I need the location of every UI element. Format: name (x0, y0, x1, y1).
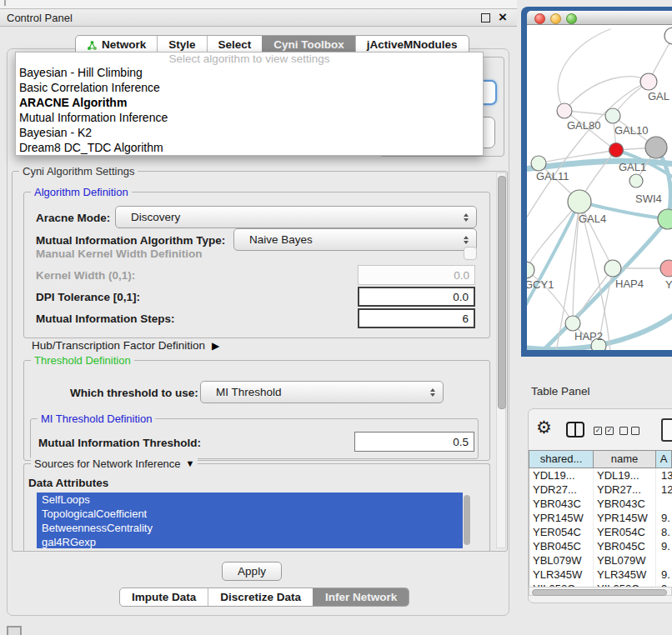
dpi-tolerance-label: DPI Tolerance [0,1]: (36, 291, 140, 303)
table-row[interactable]: YDR27...YDR27...12 (529, 482, 672, 497)
settings-scrollbar-thumb[interactable] (498, 176, 506, 409)
minimized-panel-icon[interactable] (7, 626, 22, 635)
settings-gear-icon[interactable]: ⚙ (536, 417, 552, 438)
table-row[interactable]: YER054CYER054C8. (529, 525, 672, 539)
cyni-bottom-tab-bar: Impute DataDiscretize DataInfer Network (119, 588, 409, 607)
settings-scrollbar[interactable] (496, 172, 506, 548)
table-cell: YBR043C (593, 497, 655, 511)
table-cell: 12 (655, 482, 672, 497)
table-cell: 9. (655, 539, 672, 553)
column-header-shared[interactable]: shared... (529, 451, 593, 468)
zoom-traffic-light-icon[interactable] (566, 13, 577, 24)
table-cell: 8. (655, 525, 672, 539)
network-canvas[interactable]: GALGAL80GAL10GAL1GAL11SWI4GAL4GCY1HAP4YH… (527, 25, 672, 350)
network-node-gal10[interactable] (605, 108, 620, 123)
manual-kernel-checkbox[interactable] (464, 247, 477, 260)
float-window-icon[interactable] (481, 13, 490, 22)
tab-infer-network[interactable]: Infer Network (313, 588, 409, 606)
table-row[interactable]: YDL19...YDL19...13 (529, 468, 672, 482)
table-cell (655, 553, 672, 568)
network-node-gal11[interactable] (531, 156, 546, 171)
network-node[interactable] (664, 28, 672, 44)
node-label-gal1: GAL1 (619, 161, 646, 173)
node-label-gal11: GAL11 (536, 170, 569, 182)
algorithm-option-aracne-algorithm[interactable]: ARACNE Algorithm (16, 95, 483, 110)
table-cell (655, 497, 672, 511)
control-panel-title: Control Panel (7, 10, 73, 26)
algorithm-option-basic-correlation-inference[interactable]: Basic Correlation Inference (16, 80, 483, 95)
table-panel-title: Table Panel (531, 385, 590, 398)
table-cell: YLR345W (593, 568, 655, 582)
which-threshold-combobox[interactable]: MI Threshold (200, 381, 444, 403)
algorithm-dropdown-placeholder: Select algorithm to view settings (16, 52, 483, 65)
network-node-gal[interactable] (640, 73, 657, 90)
minimize-traffic-light-icon[interactable] (550, 13, 561, 24)
document-icon[interactable] (661, 418, 672, 442)
column-header-a[interactable]: A (655, 451, 671, 468)
kernel-width-field[interactable]: 0.0 (358, 265, 475, 285)
table-cell: YBL079W (529, 553, 593, 568)
table-cell: YDR27... (529, 482, 593, 497)
attributes-scrollbar-thumb[interactable] (464, 495, 470, 545)
algorithm-option-mutual-information-inference[interactable]: Mutual Information Inference (16, 110, 483, 125)
column-header-name[interactable]: name (593, 451, 655, 468)
table-row[interactable]: YBL079WYBL079W (529, 553, 672, 568)
table-cell: YDR27... (593, 482, 655, 497)
attributes-scrollbar[interactable] (463, 494, 471, 546)
network-node-hap4[interactable] (604, 260, 621, 277)
dpi-tolerance-field[interactable]: 0.0 (358, 287, 475, 307)
network-edge (573, 268, 613, 323)
algorithm-dropdown-list: Bayesian - Hill ClimbingBasic Correlatio… (16, 65, 483, 155)
attribute-item-selfloops[interactable]: SelfLoops (37, 492, 463, 507)
algorithm-option-bayesian-k2[interactable]: Bayesian - K2 (16, 125, 483, 140)
deselect-all-checkboxes-icon[interactable] (619, 427, 639, 435)
expand-right-icon: ▶ (212, 340, 219, 352)
tab-discretize-data[interactable]: Discretize Data (208, 588, 313, 606)
aracne-mode-combobox[interactable]: Discovery (115, 206, 477, 228)
mi-threshold-field[interactable]: 0.5 (354, 432, 474, 452)
close-icon[interactable]: × (499, 8, 507, 26)
collapse-down-icon[interactable]: ▼ (186, 458, 195, 470)
network-node-gal1[interactable] (609, 143, 624, 158)
threshold-definition-title: Threshold Definition (31, 354, 134, 367)
table-row[interactable]: YBR043CYBR043C (529, 497, 672, 511)
tab-impute-data[interactable]: Impute Data (120, 588, 208, 606)
table-row[interactable]: YBR045CYBR045C9. (529, 539, 672, 553)
sources-title: Sources for Network Inference (34, 458, 181, 470)
table-cell: YLR345W (529, 568, 593, 582)
table-cell: YBR043C (529, 497, 593, 511)
table-cell: YBR045C (529, 539, 593, 553)
table-cell: 9. (655, 511, 672, 525)
select-all-checkboxes-icon[interactable]: ✓✓ (594, 427, 614, 435)
table-hscroll-thumb[interactable] (532, 589, 667, 596)
network-node-gal80[interactable] (557, 103, 572, 118)
column-layout-icon[interactable] (566, 422, 584, 438)
network-node-hap2[interactable] (565, 316, 580, 331)
mi-threshold-group-title: MI Threshold Definition (38, 412, 155, 425)
network-node-gal4[interactable] (568, 190, 591, 213)
attribute-item-topologicalcoefficient[interactable]: TopologicalCoefficient (37, 507, 463, 521)
mi-type-combobox[interactable]: Naive Bayes (233, 228, 477, 251)
which-threshold-label: Which threshold to use: (70, 387, 198, 399)
table-row[interactable]: YLR345WYLR345W9. (529, 568, 672, 582)
node-label-gal80: GAL80 (567, 119, 600, 132)
table-row[interactable]: YPR145WYPR145W9. (529, 511, 672, 525)
apply-button[interactable]: Apply (222, 562, 282, 581)
algorithm-definition-title: Algorithm Definition (31, 186, 132, 198)
hub-definition-expander[interactable]: Hub/Transcription Factor Definition ▶ (32, 339, 219, 352)
close-traffic-light-icon[interactable] (534, 13, 545, 24)
algorithm-option-dream8-dc-tdc-algorithm[interactable]: Dream8 DC_TDC Algorithm (16, 140, 483, 155)
algorithm-option-bayesian-hill-climbing[interactable]: Bayesian - Hill Climbing (16, 65, 483, 80)
mi-threshold-label: Mutual Information Threshold: (38, 437, 201, 449)
network-window-titlebar[interactable] (527, 11, 672, 25)
combo-spinner-icon (464, 213, 469, 222)
mi-steps-field[interactable]: 6 (358, 308, 475, 328)
attribute-item-betweennesscentrality[interactable]: BetweennessCentrality (37, 521, 463, 535)
table-horizontal-scrollbar[interactable] (529, 587, 672, 596)
table-cell: YER054C (593, 525, 655, 539)
network-node-swi4[interactable] (629, 174, 643, 188)
network-edge (527, 82, 649, 233)
network-node[interactable] (645, 137, 667, 158)
network-node-y[interactable] (660, 260, 672, 277)
attribute-item-gal4rgexp[interactable]: gal4RGexp (37, 535, 463, 548)
